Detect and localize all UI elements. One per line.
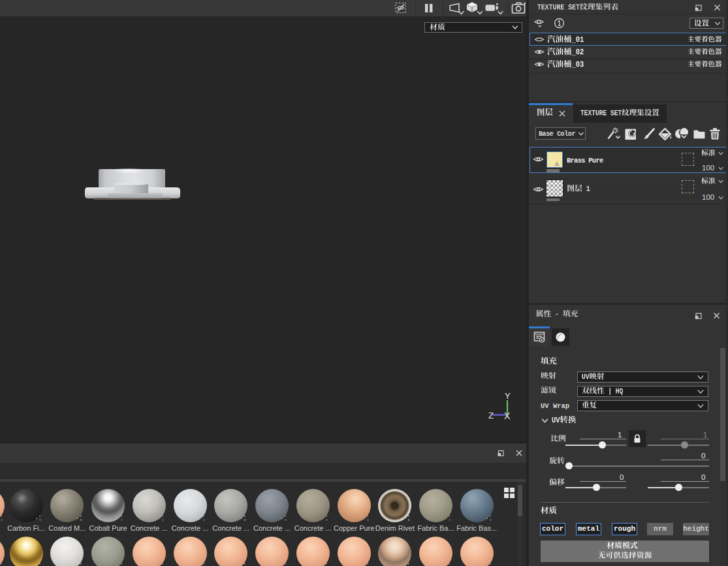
svg-text:X: X [504, 411, 511, 421]
svg-text:Z: Z [488, 411, 494, 420]
svg-text:Y: Y [505, 391, 511, 401]
